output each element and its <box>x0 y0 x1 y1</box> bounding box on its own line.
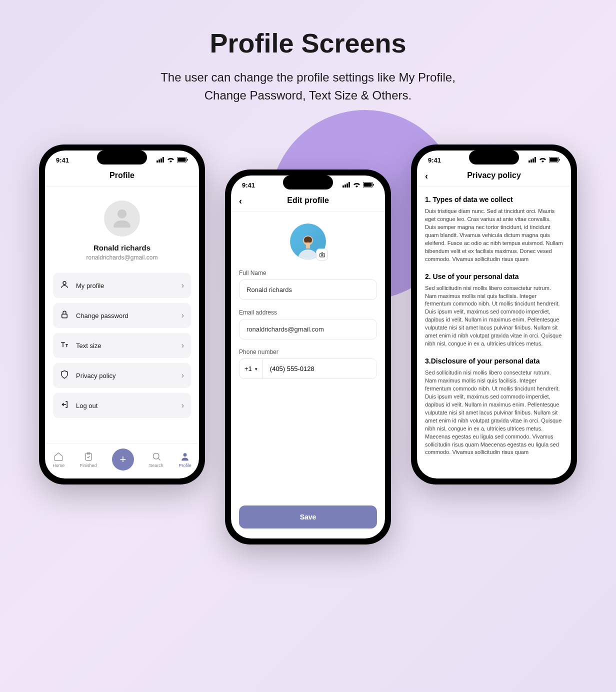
svg-rect-18 <box>373 184 374 186</box>
tab-profile[interactable]: Profile <box>178 452 192 468</box>
input-fullname[interactable] <box>239 280 377 300</box>
menu-label: Change password <box>76 312 182 320</box>
notch <box>469 150 519 164</box>
tab-label: Search <box>149 463 164 468</box>
menu-label: Text size <box>76 342 182 350</box>
hero-subtitle-1: The user can change the profile settings… <box>0 68 616 86</box>
fab-add[interactable]: + <box>112 448 134 470</box>
label-email: Email address <box>239 309 377 316</box>
lock-icon <box>60 310 70 321</box>
home-icon <box>54 452 64 462</box>
logout-icon <box>60 400 70 411</box>
chevron-down-icon: ▾ <box>255 366 258 372</box>
save-button[interactable]: Save <box>239 506 377 528</box>
battery-icon <box>177 156 188 164</box>
tab-label: Home <box>52 463 64 468</box>
search-icon <box>152 452 162 462</box>
avatar-placeholder[interactable] <box>104 200 140 236</box>
svg-rect-21 <box>320 253 324 256</box>
hero-title: Profile Screens <box>0 28 616 58</box>
tab-label: Profile <box>178 463 192 468</box>
chevron-right-icon: › <box>182 311 184 320</box>
menu-change-password[interactable]: Change password › <box>53 303 191 328</box>
signal-icon <box>342 182 350 189</box>
wifi-icon <box>539 156 546 164</box>
label-fullname: Full Name <box>239 270 377 276</box>
menu-logout[interactable]: Log out › <box>53 393 191 418</box>
svg-rect-28 <box>550 158 558 162</box>
phone-privacy: 9:41 ‹ Privacy policy 1. Types of data w… <box>411 144 577 484</box>
svg-rect-15 <box>348 182 350 188</box>
country-code-select[interactable]: +1 ▾ <box>240 359 263 378</box>
text-size-icon <box>60 340 70 351</box>
page-title: Edit profile <box>287 196 329 204</box>
status-time: 9:41 <box>242 182 255 189</box>
status-time: 9:41 <box>428 156 441 164</box>
notch <box>97 150 147 164</box>
page-title: Profile <box>45 166 199 186</box>
menu-label: Log out <box>76 402 182 410</box>
avatar[interactable] <box>290 224 326 260</box>
notch <box>283 176 333 190</box>
section-body-1: Duis tristique diam nunc. Sed at tincidu… <box>425 208 563 264</box>
menu-my-profile[interactable]: My profile › <box>53 273 191 298</box>
svg-point-11 <box>184 453 187 456</box>
svg-rect-23 <box>528 160 530 162</box>
svg-rect-26 <box>534 157 536 162</box>
section-heading-3: 3.Disclosure of your personal data <box>425 357 563 365</box>
svg-point-7 <box>63 282 66 284</box>
tab-finished[interactable]: Finished <box>80 452 97 468</box>
wifi-icon <box>353 182 360 189</box>
menu-label: My profile <box>76 282 182 290</box>
tab-search[interactable]: Search <box>149 452 164 468</box>
camera-badge[interactable] <box>316 248 328 260</box>
section-body-2: Sed sollicitudin nisi mollis libero cons… <box>425 284 563 348</box>
battery-icon <box>549 156 560 164</box>
svg-rect-24 <box>530 160 532 162</box>
svg-rect-0 <box>156 160 158 162</box>
label-phone: Phone number <box>239 348 377 356</box>
country-code-value: +1 <box>244 365 252 372</box>
battery-icon <box>363 182 374 189</box>
svg-rect-13 <box>344 184 346 188</box>
svg-rect-12 <box>342 186 344 188</box>
chevron-right-icon: › <box>182 281 184 290</box>
user-name: Ronald richards <box>53 244 191 252</box>
camera-icon <box>319 252 326 258</box>
phone-edit-profile: 9:41 ‹ Edit profile <box>225 170 391 544</box>
section-body-3: Sed sollicitudin nisi mollis libero cons… <box>425 369 563 456</box>
tab-home[interactable]: Home <box>52 452 64 468</box>
svg-rect-20 <box>306 244 310 248</box>
svg-rect-5 <box>178 158 186 162</box>
svg-rect-6 <box>187 159 188 161</box>
signal-icon <box>528 156 536 164</box>
user-icon <box>60 280 70 291</box>
status-time: 9:41 <box>56 156 69 164</box>
svg-rect-29 <box>559 159 560 161</box>
section-heading-1: 1. Types of data we collect <box>425 196 563 204</box>
chevron-right-icon: › <box>182 341 184 350</box>
svg-rect-3 <box>162 157 164 162</box>
section-heading-2: 2. Use of your personal data <box>425 272 563 280</box>
svg-rect-2 <box>160 158 162 162</box>
shield-icon <box>60 370 70 381</box>
svg-point-10 <box>153 453 159 459</box>
signal-icon <box>156 156 164 164</box>
chevron-right-icon: › <box>182 401 184 410</box>
chevron-right-icon: › <box>182 371 184 380</box>
menu-privacy-policy[interactable]: Privacy policy › <box>53 363 191 388</box>
svg-rect-8 <box>62 314 68 318</box>
back-button[interactable]: ‹ <box>239 196 242 206</box>
svg-rect-17 <box>364 183 372 187</box>
tab-bar: Home Finished + Search Profile <box>45 443 199 478</box>
plus-icon: + <box>120 453 126 466</box>
input-email[interactable] <box>239 319 377 340</box>
phone-profile: 9:41 Profile Ronald richards ronaldricha… <box>39 144 205 484</box>
svg-point-22 <box>321 254 322 256</box>
svg-rect-14 <box>346 184 348 188</box>
input-phone[interactable] <box>263 359 376 378</box>
svg-rect-1 <box>158 160 160 162</box>
menu-text-size[interactable]: Text size › <box>53 333 191 358</box>
back-button[interactable]: ‹ <box>425 171 428 182</box>
profile-icon <box>180 452 190 462</box>
